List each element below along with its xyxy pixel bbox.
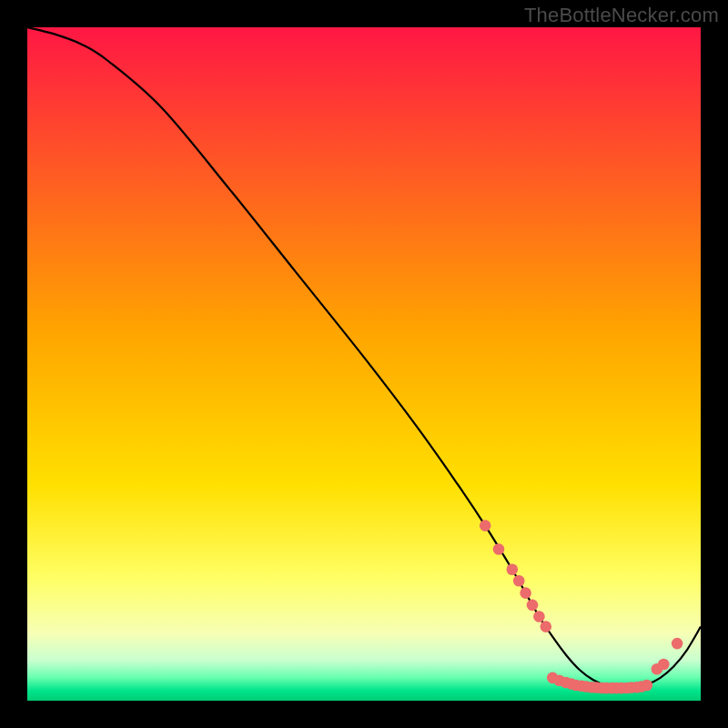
chart-frame: TheBottleNecker.com xyxy=(0,0,728,728)
data-marker xyxy=(533,611,545,622)
data-marker xyxy=(480,520,491,531)
data-marker xyxy=(513,575,525,587)
data-marker xyxy=(520,587,531,599)
data-marker xyxy=(672,638,683,650)
plot-area xyxy=(27,27,701,701)
gradient-background xyxy=(27,27,701,701)
watermark-text: TheBottleNecker.com xyxy=(524,4,719,27)
data-marker xyxy=(541,621,552,632)
data-marker xyxy=(527,600,539,612)
data-marker xyxy=(493,543,505,555)
data-marker xyxy=(658,659,670,671)
data-marker xyxy=(642,680,653,692)
chart-svg xyxy=(27,27,701,701)
data-marker xyxy=(507,563,519,575)
